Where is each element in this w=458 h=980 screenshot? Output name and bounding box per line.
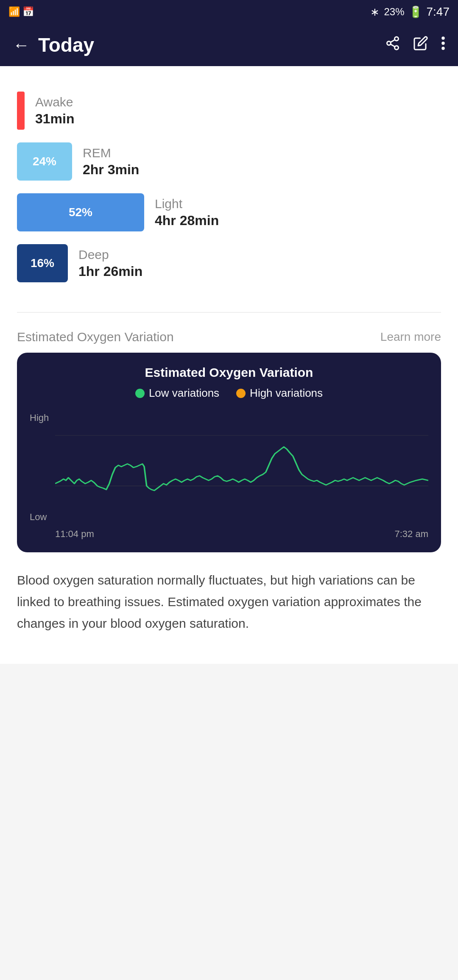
battery-level: 23% (384, 6, 404, 18)
light-percent: 52% (69, 206, 92, 219)
chart-svg-wrapper (55, 412, 428, 523)
oxygen-description: Blood oxygen saturation normally fluctua… (17, 565, 441, 651)
rem-bar: 24% (17, 142, 72, 181)
deep-label: Deep (78, 248, 142, 262)
rem-label: REM (83, 146, 139, 160)
svg-point-6 (441, 42, 445, 45)
chart-area: High Low 11:04 pm 7:32 am (30, 412, 428, 540)
high-variations-dot (236, 389, 246, 398)
deep-percent: 16% (31, 256, 54, 270)
header: ← Today (0, 24, 458, 66)
low-variations-label: Low variations (149, 387, 219, 400)
section-divider (17, 312, 441, 313)
chart-legend: Low variations High variations (30, 387, 428, 400)
low-variations-dot (135, 389, 145, 398)
light-label: Light (155, 197, 219, 211)
back-button[interactable]: ← (13, 36, 30, 55)
y-label-low: Low (30, 512, 49, 523)
deep-info: Deep 1hr 26min (78, 248, 142, 279)
svg-point-5 (441, 36, 445, 40)
legend-low: Low variations (135, 387, 219, 400)
edit-icon[interactable] (413, 36, 428, 55)
legend-high: High variations (236, 387, 323, 400)
rem-duration: 2hr 3min (83, 162, 139, 178)
awake-duration: 31min (35, 111, 74, 127)
y-label-high: High (30, 412, 49, 423)
rem-percent: 24% (33, 155, 56, 168)
sleep-stages-section: Awake 31min 24% REM 2hr 3min 52% Light 4… (17, 79, 441, 303)
sleep-stage-light: 52% Light 4hr 28min (17, 193, 441, 231)
calendar-icon: 📅 (22, 6, 34, 17)
header-right (385, 36, 445, 55)
x-label-start: 11:04 pm (55, 529, 94, 540)
learn-more-button[interactable]: Learn more (380, 330, 441, 344)
light-bar: 52% (17, 193, 144, 231)
svg-line-3 (391, 44, 395, 47)
status-right: ∗ 23% 🔋 7:47 (370, 5, 450, 19)
high-variations-label: High variations (250, 387, 323, 400)
svg-line-4 (391, 39, 395, 42)
page-title: Today (38, 33, 94, 56)
x-label-end: 7:32 am (395, 529, 429, 540)
status-left: 📶 📅 (8, 6, 34, 17)
awake-label: Awake (35, 95, 74, 109)
sleep-stage-awake: Awake 31min (17, 92, 441, 130)
signal-icon: 📶 (8, 6, 20, 17)
status-time: 7:47 (427, 5, 450, 19)
header-left: ← Today (13, 33, 94, 56)
more-options-icon[interactable] (441, 36, 445, 55)
oxygen-section-title: Estimated Oxygen Variation (17, 330, 174, 344)
awake-bar (17, 92, 25, 130)
rem-info: REM 2hr 3min (83, 146, 139, 178)
oxygen-line-chart (55, 412, 428, 523)
chart-y-labels: High Low (30, 412, 49, 540)
oxygen-section-header: Estimated Oxygen Variation Learn more (17, 321, 441, 353)
chart-title: Estimated Oxygen Variation (30, 365, 428, 380)
bluetooth-icon: ∗ (370, 6, 380, 19)
share-icon[interactable] (385, 36, 400, 55)
main-content: Awake 31min 24% REM 2hr 3min 52% Light 4… (0, 66, 458, 664)
status-bar: 📶 📅 ∗ 23% 🔋 7:47 (0, 0, 458, 24)
light-duration: 4hr 28min (155, 213, 219, 228)
deep-bar: 16% (17, 244, 68, 282)
awake-info: Awake 31min (35, 95, 74, 127)
battery-icon: 🔋 (409, 6, 422, 19)
deep-duration: 1hr 26min (78, 264, 142, 279)
oxygen-chart-card: Estimated Oxygen Variation Low variation… (17, 353, 441, 552)
light-info: Light 4hr 28min (155, 197, 219, 228)
chart-x-labels: 11:04 pm 7:32 am (55, 529, 428, 540)
sleep-stage-rem: 24% REM 2hr 3min (17, 142, 441, 181)
sleep-stage-deep: 16% Deep 1hr 26min (17, 244, 441, 282)
svg-point-7 (441, 47, 445, 50)
